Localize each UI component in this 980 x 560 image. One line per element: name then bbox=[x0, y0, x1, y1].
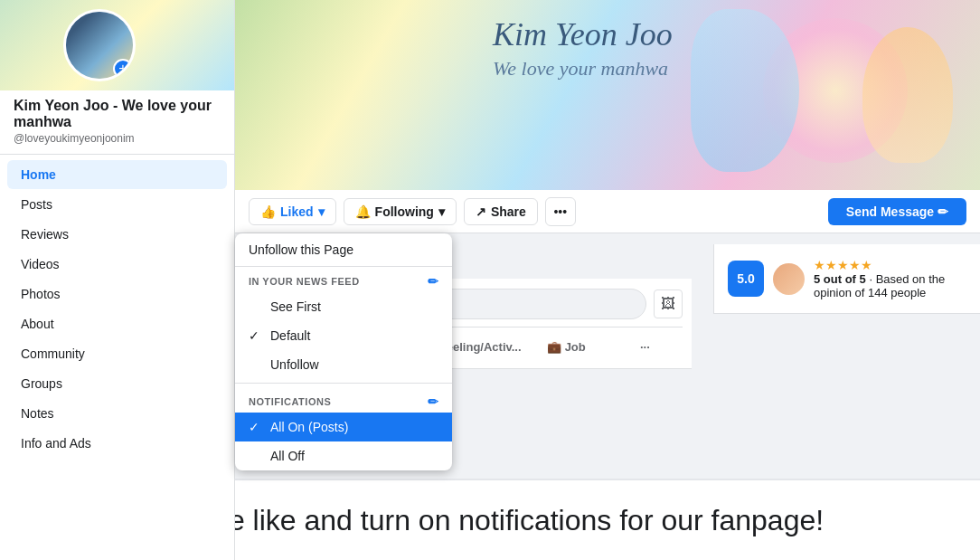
more-button[interactable]: ••• bbox=[545, 197, 576, 226]
page-wrapper: + Kim Yeon Joo - We love your manhwa @lo… bbox=[0, 0, 980, 560]
default-item[interactable]: ✓ Default bbox=[235, 321, 452, 350]
all-on-item[interactable]: ✓ All On (Posts) bbox=[235, 413, 452, 441]
more-compose-button[interactable]: ··· bbox=[608, 335, 683, 359]
photo-input-icon[interactable]: 🖼 bbox=[654, 289, 683, 318]
rating-badge: 5.0 bbox=[728, 261, 764, 297]
left-sidebar: + Kim Yeon Joo - We love your manhwa @lo… bbox=[0, 0, 235, 560]
job-button[interactable]: 💼 Job bbox=[529, 335, 604, 359]
following-button[interactable]: 🔔 Following ▾ bbox=[344, 198, 457, 225]
unfollow-item[interactable]: Unfollow bbox=[235, 350, 452, 379]
sidebar-item-home[interactable]: Home bbox=[7, 160, 227, 189]
action-bar: 👍 Liked ▾ 🔔 Following ▾ ↗ Share ••• Send… bbox=[235, 190, 980, 233]
page-name: Kim Yeon Joo - We love your manhwa bbox=[14, 98, 221, 130]
see-first-item[interactable]: See First bbox=[235, 292, 452, 321]
cover-area: Kim Yeon Joo We love your manhwa bbox=[235, 0, 980, 190]
sidebar-nav: Home Posts Reviews Videos Photos About C… bbox=[0, 155, 234, 463]
all-off-item[interactable]: All Off bbox=[235, 441, 452, 470]
sidebar-item-notes[interactable]: Notes bbox=[7, 399, 227, 428]
sidebar-item-about[interactable]: About bbox=[7, 309, 227, 338]
notifications-edit-icon[interactable]: ✏ bbox=[428, 394, 439, 409]
page-avatar: + bbox=[63, 9, 136, 81]
rating-description: 5 out of 5 · Based on the opinion of 144… bbox=[814, 272, 966, 299]
add-icon[interactable]: + bbox=[113, 59, 133, 79]
sidebar-item-videos[interactable]: Videos bbox=[7, 250, 227, 279]
sidebar-item-posts[interactable]: Posts bbox=[7, 190, 227, 219]
rating-panel: 5.0 ★★★★★ 5 out of 5 · Based on the opin… bbox=[713, 244, 980, 314]
liked-button[interactable]: 👍 Liked ▾ bbox=[249, 198, 336, 225]
rating-text: ★★★★★ 5 out of 5 · Based on the opinion … bbox=[814, 258, 966, 299]
dropdown-divider bbox=[235, 383, 452, 384]
news-feed-section-header: IN YOUR NEWS FEED ✏ bbox=[235, 267, 452, 292]
notifications-section-header: NOTIFICATIONS ✏ bbox=[235, 387, 452, 413]
cover-title: Kim Yeon Joo We love your manhwa bbox=[493, 14, 673, 81]
unfollow-page-item[interactable]: Unfollow this Page bbox=[235, 233, 452, 267]
thumbs-up-icon: 👍 bbox=[260, 204, 276, 219]
sidebar-item-community[interactable]: Community bbox=[7, 339, 227, 368]
notice-text: Please like and turn on notifications fo… bbox=[156, 504, 824, 537]
send-message-button[interactable]: Send Message ✏ bbox=[828, 198, 966, 225]
following-bell-icon: 🔔 bbox=[355, 204, 371, 219]
default-check-icon: ✓ bbox=[249, 328, 263, 343]
sidebar-item-groups[interactable]: Groups bbox=[7, 369, 227, 398]
rating-stars: ★★★★★ bbox=[814, 258, 966, 272]
sidebar-item-reviews[interactable]: Reviews bbox=[7, 220, 227, 249]
edit-icon[interactable]: ✏ bbox=[428, 274, 439, 289]
all-on-check-icon: ✓ bbox=[249, 420, 263, 434]
sidebar-item-photos[interactable]: Photos bbox=[7, 280, 227, 308]
job-icon: 💼 bbox=[547, 340, 561, 354]
following-chevron-icon: ▾ bbox=[438, 204, 445, 219]
share-icon: ↗ bbox=[476, 204, 486, 219]
rating-user-avatar bbox=[773, 263, 805, 295]
following-dropdown: Unfollow this Page IN YOUR NEWS FEED ✏ S… bbox=[235, 233, 452, 470]
sidebar-item-info-and-ads[interactable]: Info and Ads bbox=[7, 429, 227, 458]
share-button[interactable]: ↗ Share bbox=[464, 198, 538, 225]
page-handle: @loveyoukimyeonjoonim bbox=[14, 132, 221, 145]
liked-chevron-icon: ▾ bbox=[318, 204, 325, 219]
profile-section: Kim Yeon Joo - We love your manhwa @love… bbox=[0, 81, 234, 155]
